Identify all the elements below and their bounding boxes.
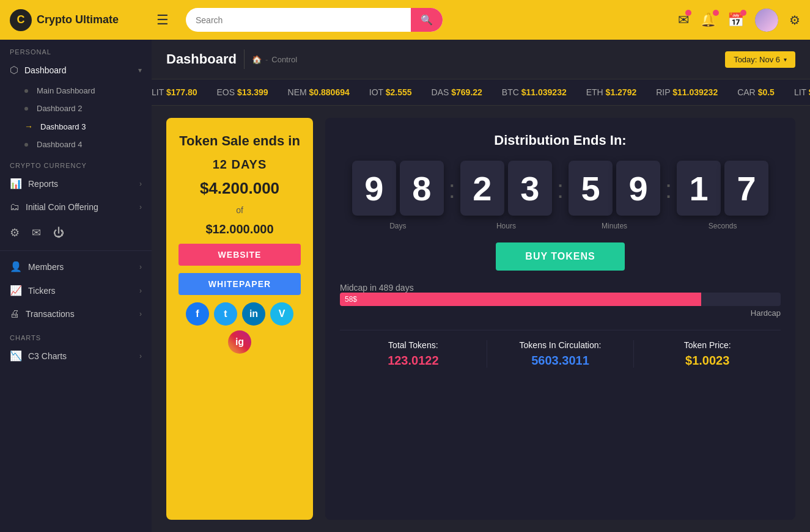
ticker-item: ETH $1.2792 [586, 87, 637, 97]
midcap-label: Midcap in 489 days [340, 283, 781, 293]
stat-total-tokens: Total Tokens: 123.0122 [340, 340, 487, 368]
c3-charts-icon: 📉 [10, 350, 22, 362]
sidebar-section-charts: CHARTS [0, 326, 152, 344]
ticker-name: CAR [737, 87, 756, 97]
calendar-badge [740, 10, 746, 16]
countdown-min-ones: 9 [616, 161, 660, 216]
app-logo: C Crypto Ultimate [10, 9, 144, 31]
progress-bar-fill: 58$ [340, 293, 701, 306]
calendar-icon-wrap[interactable]: 📅 [727, 12, 744, 28]
stat-price-value: $1.0023 [634, 354, 781, 368]
twitter-icon[interactable]: t [214, 302, 237, 326]
avatar-image [755, 9, 778, 32]
dot-icon [24, 89, 28, 93]
avatar[interactable] [755, 9, 778, 32]
members-icon: 👤 [10, 261, 22, 272]
mail-tool-icon[interactable]: ✉ [32, 226, 41, 239]
ticker-item: NEM $0.880694 [288, 87, 350, 97]
countdown-sec-tens: 1 [677, 161, 721, 216]
power-tool-icon[interactable]: ⏻ [53, 227, 64, 239]
facebook-icon[interactable]: f [186, 302, 209, 326]
distribution-panel: Distribution Ends In: 9 8 Days : [325, 118, 795, 520]
members-arrow-icon: › [139, 263, 142, 271]
website-button[interactable]: WEBSITE [179, 244, 301, 266]
ticker-name: ETH [586, 87, 603, 97]
ticker-item: EOS $13.399 [216, 87, 268, 97]
sidebar-item-dashboard2[interactable]: Dashboard 2 [24, 100, 152, 117]
home-icon[interactable]: 🏠 [252, 55, 262, 64]
countdown-sep-3: : [665, 176, 672, 216]
stat-circulation-value: 5603.3011 [487, 354, 634, 368]
bell-badge [713, 10, 719, 16]
ticker-item: LIT $177.80 [794, 87, 810, 97]
sidebar-item-dashboard4[interactable]: Dashboard 4 [24, 136, 152, 153]
sidebar-item-tickers[interactable]: 📈 Tickers › [0, 279, 152, 302]
countdown-seconds-digits: 1 7 [677, 161, 768, 216]
sidebar-item-dashboard3[interactable]: → Dashboard 3 [24, 117, 152, 136]
hamburger-button[interactable]: ☰ [156, 12, 169, 28]
search-input[interactable] [186, 10, 411, 30]
sidebar-item-reports[interactable]: 📊 Reports › [0, 172, 152, 195]
sidebar-item-c3-charts[interactable]: 📉 C3 Charts › [0, 344, 152, 368]
hardcap-label: Hardcap [340, 308, 781, 318]
header-divider [244, 49, 245, 69]
dashboard-icon: ⬡ [10, 64, 18, 76]
buy-tokens-button[interactable]: BUY TOKENS [496, 242, 624, 271]
sidebar-label-members: Members [28, 262, 133, 272]
linkedin-icon[interactable]: in [242, 302, 265, 326]
countdown-seconds: 1 7 Seconds [677, 161, 768, 230]
countdown-day-tens: 9 [352, 161, 396, 216]
ticker-name: RIP [656, 87, 670, 97]
sidebar-label-ico: Initial Coin Offering [26, 202, 133, 212]
sidebar: PERSONAL ⬡ Dashboard ▾ Main Dashboard Da… [0, 40, 152, 532]
sidebar-label-dashboard2: Dashboard 2 [37, 104, 142, 113]
countdown-minutes-label: Minutes [602, 222, 627, 230]
countdown-sep-1: : [449, 176, 455, 216]
ticker-price: $11.039232 [521, 87, 567, 97]
stat-total-tokens-value: 123.0122 [340, 354, 487, 368]
whitepaper-button[interactable]: WHITEPAPER [179, 273, 301, 295]
countdown-hour-ones: 3 [508, 161, 552, 216]
settings-icon[interactable]: ⚙ [789, 13, 800, 27]
sidebar-label-dashboard3: Dashboard 3 [40, 122, 142, 131]
ticker-price: $177.80 [166, 87, 197, 97]
countdown-minutes: 5 9 Minutes [569, 161, 660, 230]
sidebar-section-crypto: Crypto Currency [0, 153, 152, 172]
breadcrumb-sep: - [265, 55, 268, 64]
ticker-item: DAS $769.22 [432, 87, 482, 97]
sidebar-divider [0, 250, 152, 251]
sidebar-label-main-dashboard: Main Dashboard [37, 86, 142, 95]
sidebar-item-transactions[interactable]: 🖨 Transactions › [0, 302, 152, 326]
sidebar-sub-dashboard: Main Dashboard Dashboard 2 → Dashboard 3… [0, 82, 152, 153]
token-stats: Total Tokens: 123.0122 Tokens In Circula… [340, 330, 781, 368]
reports-icon: 📊 [10, 178, 22, 189]
countdown-hours-digits: 2 3 [460, 161, 552, 216]
search-bar: 🔍 [186, 8, 443, 32]
search-button[interactable]: 🔍 [411, 8, 443, 32]
instagram-icon[interactable]: ig [228, 330, 251, 354]
sidebar-label-tickers: Tickers [28, 286, 133, 296]
dashboard-chevron-icon: ▾ [138, 66, 142, 75]
date-button[interactable]: Today: Nov 6 ▾ [725, 51, 795, 68]
ico-arrow-icon: › [139, 203, 142, 211]
ticker-strip: LIT $177.80EOS $13.399NEM $0.880694IOT $… [152, 79, 810, 106]
settings-tool-icon[interactable]: ⚙ [10, 226, 20, 239]
sidebar-item-dashboard[interactable]: ⬡ Dashboard ▾ [0, 58, 152, 82]
vimeo-icon[interactable]: V [270, 302, 293, 326]
ticker-price: $0.880694 [309, 87, 350, 97]
sidebar-label-transactions: Transactions [26, 309, 133, 319]
bell-icon-wrap[interactable]: 🔔 [700, 12, 716, 28]
countdown-day-ones: 8 [400, 161, 444, 216]
stat-price-label: Token Price: [634, 340, 781, 350]
sidebar-item-members[interactable]: 👤 Members › [0, 255, 152, 279]
ticker-name: BTC [502, 87, 519, 97]
ticker-inner: LIT $177.80EOS $13.399NEM $0.880694IOT $… [152, 87, 810, 97]
sidebar-label-reports: Reports [28, 179, 133, 189]
sidebar-item-main-dashboard[interactable]: Main Dashboard [24, 82, 152, 100]
token-of: of [236, 205, 243, 215]
ticker-price: $769.22 [451, 87, 482, 97]
transactions-icon: 🖨 [10, 308, 20, 319]
token-sale-title: Token Sale ends in [179, 133, 300, 150]
sidebar-item-ico[interactable]: 🗂 Initial Coin Offering › [0, 195, 152, 219]
mail-icon-wrap[interactable]: ✉ [678, 12, 689, 28]
